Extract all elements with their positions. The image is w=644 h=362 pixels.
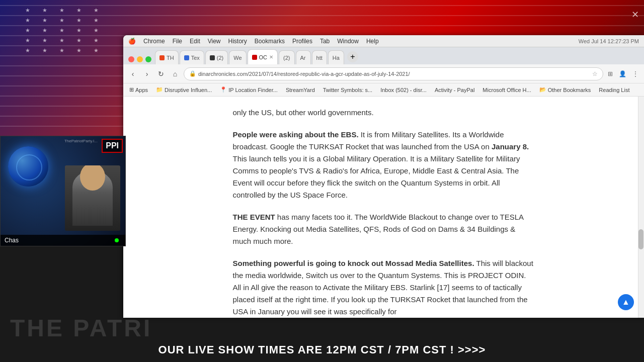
scrollbar-thumb[interactable] [638, 229, 643, 249]
new-tab-button[interactable]: + [347, 51, 358, 62]
tab-label-th: TH [167, 55, 174, 61]
bookmark-reading-label: Reading List [599, 87, 629, 93]
mossad-bold: Something powerful is going to knock out… [233, 259, 474, 267]
article-paragraph-mossad: Something powerful is going to knock out… [233, 257, 535, 318]
close-icon[interactable]: ✕ [631, 9, 639, 20]
scrollbar-track[interactable] [638, 97, 644, 318]
globe-graphic [8, 146, 48, 187]
tab-th[interactable]: TH [155, 50, 179, 64]
extensions-icon[interactable]: ⊞ [608, 70, 613, 77]
menu-edit[interactable]: Edit [190, 38, 200, 45]
tab-label-oc: OC [259, 54, 268, 60]
tab-favicon-tex [184, 55, 189, 60]
bookmark-ip[interactable]: 📍 IP Location Finder... [218, 85, 280, 94]
ticker-watermark: THE PATRI [0, 318, 644, 338]
menu-view[interactable]: View [208, 38, 221, 45]
tab-favicon-th [159, 55, 165, 60]
ebs-date: January 8. [492, 142, 529, 151]
menu-profiles[interactable]: Profiles [292, 38, 312, 45]
chrome-window: 🍎 Chrome File Edit View History Bookmark… [123, 35, 644, 318]
profile-icon[interactable]: 👤 [619, 70, 626, 77]
bookmark-inbox[interactable]: Inbox (502) - disr... [378, 86, 429, 94]
scroll-top-button[interactable]: ▲ [618, 294, 634, 310]
bookmark-apps-icon: ⊞ [129, 86, 134, 93]
article-area[interactable]: only the US, but other world governments… [123, 97, 644, 318]
tab-label-ar: Ar [300, 55, 306, 61]
menu-chrome[interactable]: Chrome [143, 38, 165, 45]
menu-history[interactable]: History [228, 38, 247, 45]
bookmark-apps-label: Apps [135, 87, 148, 93]
ppi-badge: PPI [102, 139, 123, 153]
host-name-bar: Chas [1, 235, 125, 246]
tab-favicon-oc [252, 55, 257, 60]
ticker-bar: OUR LIVE SHOW TIMES ARE 12PM CST / 7PM C… [0, 338, 644, 362]
tab-bar: TH Tex (2) We OC ✕ (2) Ar htt Ha + [123, 47, 644, 64]
tab-favicon-x [210, 55, 215, 60]
menu-help[interactable]: Help [366, 38, 379, 45]
bookmark-other[interactable]: 📂 Other Bookmarks [537, 85, 593, 94]
tab-2[interactable]: (2) [279, 50, 294, 64]
bookmark-other-icon: 📂 [539, 86, 546, 93]
tab-ar[interactable]: Ar [296, 50, 311, 64]
tab-we[interactable]: We [229, 50, 246, 64]
bookmark-disruptive-label: Disruptive Influen... [165, 87, 212, 93]
bookmark-reading[interactable]: Reading List [597, 86, 631, 94]
ticker-text: OUR LIVE SHOW TIMES ARE 12PM CST / 7PM C… [158, 343, 486, 356]
bookmark-folder-icon: 📁 [156, 86, 163, 93]
live-indicator [115, 238, 119, 242]
tab-tex[interactable]: Tex [180, 50, 204, 64]
forward-button[interactable]: › [141, 68, 152, 79]
bookmarks-bar: ⊞ Apps 📁 Disruptive Influen... 📍 IP Loca… [123, 83, 644, 97]
address-bar[interactable]: 🔒 dinarchronicles.com/2021/07/14/restore… [184, 67, 603, 80]
bookmark-streamyard-label: StreamYard [286, 87, 315, 93]
article-partial-top: only the US, but other world governments… [233, 107, 535, 119]
menu-tab[interactable]: Tab [320, 38, 330, 45]
apple-menu[interactable]: 🍎 [128, 38, 136, 45]
video-overlay: PPI ThePatriotParty.I... Chas [0, 136, 126, 246]
bookmark-other-label: Other Bookmarks [548, 87, 591, 93]
close-window-btn[interactable] [128, 56, 134, 62]
bookmark-disruptive[interactable]: 📁 Disruptive Influen... [154, 85, 214, 94]
bookmark-streamyard[interactable]: StreamYard [284, 86, 317, 94]
tab-label-tex: Tex [191, 55, 200, 61]
menu-file[interactable]: File [173, 38, 182, 45]
bookmark-ip-icon: 📍 [220, 86, 227, 93]
back-button[interactable]: ‹ [127, 68, 138, 79]
ebs-bold: People were asking about the EBS. [233, 130, 359, 139]
tab-label-we: We [233, 55, 242, 61]
tab-close-btn[interactable]: ✕ [269, 54, 273, 60]
address-bar-row: ‹ › ↻ ⌂ 🔒 dinarchronicles.com/2021/07/14… [123, 64, 644, 83]
menu-bookmarks[interactable]: Bookmarks [255, 38, 285, 45]
host-head [80, 165, 105, 191]
ebs-body2: This launch tells you it is a Global Mil… [233, 154, 520, 199]
channel-watermark: ThePatriotParty.I... [64, 139, 98, 143]
host-video [65, 165, 120, 231]
tab-label-htt: htt [316, 55, 323, 61]
tab-x[interactable]: (2) [205, 50, 228, 64]
settings-icon[interactable]: ⋮ [632, 70, 638, 77]
home-button[interactable]: ⌂ [170, 68, 181, 79]
flag-stars: ★ ★ ★ ★ ★★ ★ ★ ★ ★★ ★ ★ ★ ★★ ★ ★ ★ ★★ ★ … [25, 5, 126, 55]
bookmark-inbox-label: Inbox (502) - disr... [380, 87, 427, 93]
bookmark-office-label: Microsoft Office H... [482, 87, 531, 93]
mac-menubar: 🍎 Chrome File Edit View History Bookmark… [123, 35, 644, 47]
bookmark-office[interactable]: Microsoft Office H... [480, 86, 533, 94]
tab-oc[interactable]: OC ✕ [248, 49, 278, 64]
host-name-text: Chas [5, 237, 19, 244]
reload-button[interactable]: ↻ [155, 68, 167, 79]
minimize-window-btn[interactable] [137, 56, 143, 62]
bookmark-apps[interactable]: ⊞ Apps [127, 85, 150, 94]
menu-window[interactable]: Window [337, 38, 359, 45]
bookmark-ip-label: IP Location Finder... [228, 87, 278, 93]
tab-label-x: (2) [217, 55, 223, 61]
bookmark-paypal-label: Activity - PayPal [435, 87, 474, 93]
star-icon[interactable]: ☆ [592, 70, 598, 77]
bookmark-twitter[interactable]: Twitter Symbols: s... [321, 86, 374, 94]
article-paragraph-event: THE EVENT has many facets too it. The Wo… [233, 211, 535, 247]
tab-ha[interactable]: Ha [328, 50, 344, 64]
bookmark-paypal[interactable]: Activity - PayPal [433, 86, 476, 94]
url-text: dinarchronicles.com/2021/07/14/restored-… [198, 71, 410, 77]
window-controls [126, 56, 154, 62]
maximize-window-btn[interactable] [145, 56, 151, 62]
tab-htt[interactable]: htt [312, 50, 327, 64]
